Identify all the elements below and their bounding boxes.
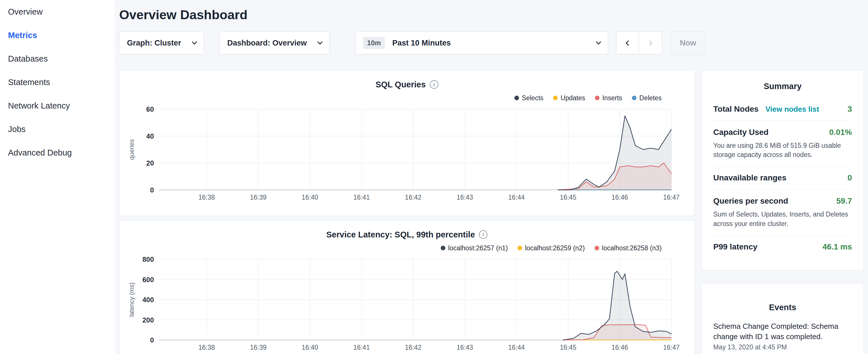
- svg-text:400: 400: [143, 296, 154, 303]
- sidebar-item-advanced-debug[interactable]: Advanced Debug: [0, 141, 115, 164]
- svg-text:16:39: 16:39: [250, 194, 267, 201]
- unavailable-ranges-value: 0: [847, 173, 852, 183]
- next-range-button[interactable]: [639, 32, 662, 55]
- svg-text:40: 40: [146, 132, 154, 140]
- dashboard-dropdown-label: Dashboard: Overview: [227, 39, 307, 47]
- time-range-label: Past 10 Minutes: [392, 39, 451, 47]
- svg-text:16:47: 16:47: [663, 344, 680, 351]
- chart-title: SQL Queries: [375, 80, 426, 89]
- chevron-down-icon: [596, 39, 601, 44]
- svg-text:16:45: 16:45: [560, 344, 577, 351]
- svg-text:16:39: 16:39: [250, 344, 267, 351]
- summary-label: Unavailable ranges: [713, 173, 786, 183]
- svg-text:16:41: 16:41: [353, 344, 370, 351]
- now-button[interactable]: Now: [671, 32, 706, 55]
- summary-panel: Summary Total Nodes View nodes list 3 Ca…: [702, 70, 864, 270]
- dashboard-dropdown[interactable]: Dashboard: Overview: [219, 32, 330, 55]
- legend-dot-icon: [515, 96, 519, 100]
- summary-row-unavailable-ranges: Unavailable ranges 0: [713, 166, 852, 190]
- view-nodes-list-link[interactable]: View nodes list: [766, 105, 819, 114]
- prev-range-button[interactable]: [616, 32, 639, 55]
- info-icon[interactable]: i: [479, 230, 488, 239]
- legend-item: Selects: [515, 94, 543, 102]
- legend-dot-icon: [553, 96, 558, 100]
- summary-row-p99-latency: P99 latency 46.1 ms: [713, 235, 852, 258]
- svg-text:16:46: 16:46: [612, 344, 628, 351]
- summary-row-capacity-used: Capacity Used 0.01% You are using 28.6 M…: [713, 121, 852, 166]
- chart-title: Service Latency: SQL, 99th percentile: [327, 230, 475, 239]
- sidebar-item-metrics[interactable]: Metrics: [0, 24, 115, 47]
- svg-text:latency (ms): latency (ms): [128, 282, 135, 317]
- summary-label-text: Total Nodes: [713, 104, 758, 114]
- svg-text:16:40: 16:40: [302, 344, 318, 351]
- time-range-badge: 10m: [363, 37, 385, 49]
- p99-latency-value: 46.1 ms: [823, 242, 852, 252]
- capacity-used-value: 0.01%: [829, 128, 852, 137]
- legend-label: localhost:26257 (n1): [448, 244, 508, 252]
- sidebar-item-statements[interactable]: Statements: [0, 70, 115, 94]
- total-nodes-value: 3: [847, 104, 852, 114]
- legend-item: localhost:26259 (n2): [518, 244, 585, 252]
- sql-queries-plot[interactable]: 020406016:3816:3916:4016:4116:4216:4316:…: [126, 103, 688, 203]
- legend-dot-icon: [632, 96, 637, 100]
- legend-label: Selects: [522, 94, 543, 102]
- legend-label: localhost:26258 (n3): [602, 244, 662, 252]
- sidebar-item-network-latency[interactable]: Network Latency: [0, 94, 115, 118]
- legend-label: Inserts: [602, 94, 622, 102]
- sidebar-item-overview[interactable]: Overview: [0, 0, 115, 24]
- chart-legend: localhost:26257 (n1)localhost:26259 (n2)…: [126, 243, 687, 253]
- legend-item: Inserts: [595, 94, 622, 102]
- legend-label: Updates: [560, 94, 585, 102]
- svg-text:16:43: 16:43: [457, 344, 473, 351]
- legend-label: localhost:26259 (n2): [525, 244, 585, 252]
- svg-text:0: 0: [150, 336, 154, 344]
- legend-item: Deletes: [632, 94, 662, 102]
- service-latency-plot[interactable]: 020040060080016:3816:3916:4016:4116:4216…: [126, 253, 688, 353]
- svg-text:16:42: 16:42: [405, 194, 422, 201]
- summary-label: Capacity Used: [713, 128, 769, 137]
- svg-text:0: 0: [150, 186, 154, 194]
- queries-per-second-value: 59.7: [836, 196, 852, 206]
- legend-dot-icon: [595, 246, 599, 250]
- sidebar: Overview Metrics Databases Statements Ne…: [0, 0, 115, 354]
- sql-queries-chart-card: SQL Queries i SelectsUpdatesInsertsDelet…: [119, 70, 694, 216]
- sidebar-item-databases[interactable]: Databases: [0, 47, 115, 70]
- svg-text:600: 600: [143, 276, 154, 284]
- page-title: Overview Dashboard: [119, 6, 864, 24]
- legend-dot-icon: [518, 246, 522, 250]
- svg-text:60: 60: [146, 105, 154, 113]
- summary-label: Queries per second: [713, 196, 788, 206]
- svg-text:16:44: 16:44: [508, 344, 525, 351]
- svg-text:16:45: 16:45: [560, 194, 577, 201]
- legend-item: Updates: [553, 94, 585, 102]
- chevron-down-icon: [317, 39, 322, 44]
- svg-text:16:42: 16:42: [405, 344, 422, 351]
- right-column: Summary Total Nodes View nodes list 3 Ca…: [702, 70, 864, 354]
- info-icon[interactable]: i: [430, 80, 438, 89]
- summary-label: P99 latency: [713, 242, 757, 252]
- legend-item: localhost:26258 (n3): [595, 244, 662, 252]
- legend-dot-icon: [595, 96, 599, 100]
- events-heading: Events: [713, 302, 852, 313]
- svg-text:16:40: 16:40: [302, 194, 318, 201]
- svg-text:200: 200: [143, 316, 154, 324]
- chevron-down-icon: [192, 39, 197, 44]
- svg-text:16:44: 16:44: [508, 194, 525, 201]
- summary-label: Total Nodes View nodes list: [713, 104, 819, 114]
- summary-row-queries-per-second: Queries per second 59.7 Sum of Selects, …: [713, 190, 852, 235]
- event-text: Schema Change Completed: Schema change w…: [713, 321, 852, 342]
- chart-legend: SelectsUpdatesInsertsDeletes: [126, 93, 687, 103]
- summary-heading: Summary: [713, 81, 852, 91]
- svg-text:20: 20: [146, 159, 154, 167]
- charts-column: SQL Queries i SelectsUpdatesInsertsDelet…: [119, 70, 694, 354]
- dashboard-content: SQL Queries i SelectsUpdatesInsertsDelet…: [119, 70, 864, 354]
- time-range-dropdown[interactable]: 10m Past 10 Minutes: [355, 32, 608, 55]
- main-content: Overview Dashboard Graph: Cluster Dashbo…: [115, 0, 868, 354]
- graph-dropdown[interactable]: Graph: Cluster: [119, 32, 204, 55]
- capacity-used-description: You are using 28.6 MiB of 515.9 GiB usab…: [713, 141, 852, 159]
- svg-text:16:47: 16:47: [663, 194, 680, 201]
- queries-per-second-description: Sum of Selects, Updates, Inserts, and De…: [713, 210, 852, 228]
- svg-text:800: 800: [143, 255, 154, 263]
- sidebar-item-jobs[interactable]: Jobs: [0, 118, 115, 141]
- chevron-right-icon: [647, 40, 652, 45]
